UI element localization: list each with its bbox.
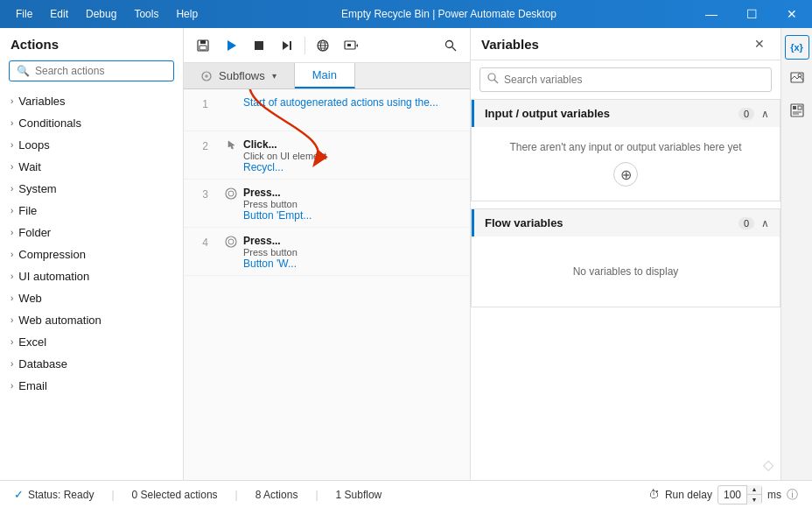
menu-debug[interactable]: Debug [77, 4, 125, 24]
save-button[interactable] [191, 33, 215, 58]
search-button[interactable] [438, 33, 463, 58]
search-actions-input[interactable] [35, 65, 166, 77]
delay-down-button[interactable]: ▼ [747, 495, 761, 504]
subflows-count: 1 Subflow [336, 489, 382, 501]
chevron-icon: › [10, 250, 13, 259]
flow-section-header[interactable]: Flow variables 0 ∧ [472, 209, 780, 236]
line-number: 4 [184, 233, 219, 249]
chevron-icon: › [10, 184, 13, 194]
right-icons-panel: {x} [780, 28, 812, 480]
category-label: Conditionals [18, 116, 81, 130]
images-icon-button[interactable] [785, 67, 809, 91]
chevron-icon: › [10, 140, 13, 150]
category-web[interactable]: › Web [0, 287, 183, 309]
chevron-icon: › [10, 162, 13, 172]
script-row[interactable]: 4 Press... Press button Button 'W... [184, 228, 470, 276]
menu-tools[interactable]: Tools [125, 4, 167, 24]
run-delay-group: ⏱ Run delay 100 ▲ ▼ ms ⓘ [648, 485, 798, 504]
tab-subflows[interactable]: Subflows ▾ [184, 63, 295, 88]
variables-header: Variables ✕ [471, 28, 780, 60]
input-output-variables-section: Input / output variables 0 ∧ There aren'… [471, 99, 780, 201]
actions-panel-header: Actions [0, 28, 183, 57]
empty-variables-text: There aren't any input or output variabl… [509, 141, 741, 153]
ui-elements-icon-button[interactable] [785, 98, 809, 123]
step-title-text: Press... [243, 235, 463, 247]
main-toolbar [184, 28, 470, 63]
next-step-button[interactable] [275, 33, 299, 58]
chevron-icon: › [10, 118, 13, 128]
tab-main[interactable]: Main [295, 63, 355, 88]
app-body: Actions 🔍 › Variables › Conditionals › L… [0, 28, 812, 480]
category-conditionals[interactable]: › Conditionals [0, 112, 183, 134]
subflows-dropdown-icon: ▾ [272, 71, 276, 81]
script-row: 1 Start of autogenerated actions using t… [184, 89, 470, 131]
svg-rect-4 [255, 41, 263, 50]
status-text: Status: Ready [28, 489, 94, 501]
minimize-button[interactable]: — [691, 0, 732, 28]
chevron-icon: › [10, 293, 13, 303]
step-title-text: Press... [243, 187, 463, 199]
status-separator: | [235, 489, 238, 501]
step-link[interactable]: Recycl... [243, 161, 463, 173]
web-button[interactable] [311, 33, 335, 58]
category-variables[interactable]: › Variables [0, 90, 183, 112]
category-email[interactable]: › Email [0, 375, 183, 397]
actions-panel: Actions 🔍 › Variables › Conditionals › L… [0, 28, 184, 480]
svg-marker-5 [283, 41, 289, 50]
status-separator: | [315, 489, 318, 501]
category-file[interactable]: › File [0, 200, 183, 222]
category-system[interactable]: › System [0, 178, 183, 200]
press-step-icon-2 [219, 233, 243, 249]
category-loops[interactable]: › Loops [0, 134, 183, 156]
menu-help[interactable]: Help [167, 4, 206, 24]
selected-actions: 0 Selected actions [132, 489, 218, 501]
flow-variables-section: Flow variables 0 ∧ No variables to displ… [471, 208, 780, 307]
svg-marker-13 [356, 44, 358, 47]
category-label: System [18, 182, 56, 195]
category-label: Excel [18, 335, 46, 349]
menu-edit[interactable]: Edit [41, 4, 77, 24]
maximize-button[interactable]: ☐ [732, 0, 772, 28]
line-number: 2 [184, 137, 219, 152]
category-label: Web [18, 292, 42, 305]
variables-icon-button[interactable]: {x} [785, 35, 809, 60]
svg-point-20 [226, 188, 236, 199]
category-excel[interactable]: › Excel [0, 331, 183, 353]
step-detail: Click on UI element [243, 151, 463, 161]
category-database[interactable]: › Database [0, 353, 183, 375]
status-ready: ✓ Status: Ready [14, 488, 94, 501]
category-folder[interactable]: › Folder [0, 222, 183, 243]
svg-line-26 [494, 80, 498, 83]
svg-point-21 [228, 191, 234, 196]
category-web-automation[interactable]: › Web automation [0, 309, 183, 331]
close-button[interactable]: ✕ [772, 0, 812, 28]
category-wait[interactable]: › Wait [0, 156, 183, 178]
script-row[interactable]: 3 Press... Press button Button 'Empt... [184, 180, 470, 228]
step-title[interactable]: Start of autogenerated actions using the… [243, 96, 463, 109]
step-link[interactable]: Button 'W... [243, 258, 463, 270]
variables-search-box [480, 67, 772, 92]
variables-close-button[interactable]: ✕ [749, 35, 770, 53]
menu-bar: File Edit Debug Tools Help [0, 4, 206, 24]
collapse-icon: ∧ [761, 108, 769, 120]
search-variables-input[interactable] [504, 74, 764, 86]
category-label: Loops [18, 138, 49, 152]
input-output-section-header[interactable]: Input / output variables 0 ∧ [472, 100, 780, 127]
menu-file[interactable]: File [7, 4, 41, 24]
toolbar-separator [304, 37, 305, 54]
step-link[interactable]: Button 'Empt... [243, 209, 463, 222]
window-controls: — ☐ ✕ [691, 0, 812, 28]
recorder-button[interactable] [339, 33, 363, 58]
svg-marker-3 [228, 40, 236, 51]
category-label: Folder [18, 226, 51, 239]
category-compression[interactable]: › Compression [0, 243, 183, 265]
delay-up-button[interactable]: ▲ [747, 485, 761, 495]
info-icon[interactable]: ⓘ [787, 487, 798, 503]
add-variable-button[interactable]: ⊕ [613, 162, 638, 187]
stop-button[interactable] [247, 33, 271, 58]
script-row[interactable]: 2 Click... Click on UI element Recycl... [184, 131, 470, 180]
status-check-icon: ✓ [14, 488, 24, 501]
run-button[interactable] [219, 33, 243, 58]
main-tab-label: Main [312, 68, 337, 81]
category-ui-automation[interactable]: › UI automation [0, 265, 183, 287]
